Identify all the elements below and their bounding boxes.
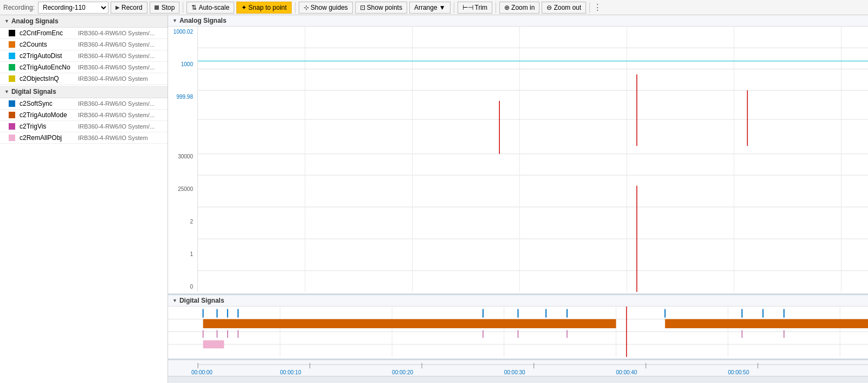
signal-path: IRB360-4-RW6/IO System [78, 75, 148, 82]
svg-text:00:00:00: 00:00:00 [191, 369, 213, 375]
zoom-in-icon: ⊕ [504, 4, 510, 11]
svg-rect-45 [665, 319, 868, 328]
signal-path: IRB360-4-RW6/IO System/... [78, 64, 155, 71]
digital-group-header: ▼ Digital Signals [0, 86, 168, 98]
zoom-out-icon: ⊖ [546, 4, 552, 11]
digital-chart-triangle-icon: ▼ [172, 298, 177, 303]
recording-label: Recording: [3, 4, 35, 11]
signal-path: IRB360-4-RW6/IO System [78, 135, 148, 141]
separator-3 [454, 2, 454, 13]
analog-signal-item[interactable]: c2ObjectsInQ IRB360-4-RW6/IO System [0, 73, 168, 85]
signal-path: IRB360-4-RW6/IO System/... [78, 53, 155, 59]
signal-path: IRB360-4-RW6/IO System/... [78, 41, 155, 48]
signal-path: IRB360-4-RW6/IO System/... [78, 30, 155, 36]
signal-color [9, 53, 15, 59]
digital-chart-header: ▼ Digital Signals [168, 295, 868, 307]
signal-name: c2TrigVis [20, 123, 74, 130]
signal-name: c2TrigAutoEncNo [20, 63, 74, 71]
stop-button[interactable]: Stop [150, 2, 180, 14]
points-icon: ⊡ [360, 4, 365, 11]
snap-icon: ✦ [241, 4, 247, 11]
signal-name: c2RemAllPObj [20, 134, 74, 142]
analog-y-axis: 1000.02 1000 999.98 30000 25000 2 1 0 [168, 27, 198, 292]
autoscale-icon: ⇅ [191, 4, 197, 11]
analog-chart-canvas: 1000.02 1000 999.98 30000 25000 2 1 0 [168, 27, 868, 292]
autoscale-button[interactable]: ⇅ Auto-scale [187, 2, 234, 14]
arrange-chevron-icon: ▼ [439, 4, 446, 11]
toolbar: Recording: Recording-110 ▶ Record Stop ⇅… [0, 0, 868, 15]
analog-chart-triangle-icon: ▼ [172, 18, 177, 23]
signal-path: IRB360-4-RW6/IO System/... [78, 123, 155, 130]
signal-color [9, 41, 15, 48]
more-options-button[interactable]: ⋮ [593, 2, 602, 12]
snap-button[interactable]: ✦ Snap to point [236, 2, 292, 14]
signal-name: c2CntFromEnc [20, 29, 74, 37]
analog-signal-item[interactable]: c2TrigAutoEncNo IRB360-4-RW6/IO System/.… [0, 62, 168, 73]
analog-chart-header: ▼ Analog Signals [168, 15, 868, 27]
zoom-out-button[interactable]: ⊖ Zoom out [542, 2, 586, 14]
svg-text:00:00:20: 00:00:20 [392, 369, 413, 375]
recording-select[interactable]: Recording-110 [38, 2, 108, 14]
signal-name: c2Counts [20, 41, 74, 48]
signal-name: c2ObjectsInQ [20, 75, 74, 82]
arrange-button[interactable]: Arrange ▼ [409, 2, 451, 14]
timeline-bar: 00:00:00 00:00:10 00:00:20 00:00:30 00:0… [168, 360, 868, 376]
analog-signal-list: c2CntFromEnc IRB360-4-RW6/IO System/... … [0, 28, 168, 85]
digital-signal-item[interactable]: c2RemAllPObj IRB360-4-RW6/IO System [0, 132, 168, 144]
play-icon: ▶ [115, 4, 120, 10]
signal-name: c2TrigAutoMode [20, 111, 74, 119]
analog-signal-item[interactable]: c2Counts IRB360-4-RW6/IO System/... [0, 39, 168, 50]
analog-signal-item[interactable]: c2CntFromEnc IRB360-4-RW6/IO System/... [0, 28, 168, 39]
signal-color [9, 75, 15, 82]
record-button[interactable]: ▶ Record [111, 2, 147, 14]
signal-color [9, 123, 15, 130]
svg-rect-44 [203, 319, 616, 328]
svg-text:00:00:10: 00:00:10 [280, 369, 301, 375]
digital-chart-panel: ▼ Digital Signals [168, 295, 868, 360]
analog-group-header: ▼ Analog Signals [0, 15, 168, 28]
show-guides-button[interactable]: ⊹ Show guides [299, 2, 353, 14]
main-layout: ▼ Analog Signals c2CntFromEnc IRB360-4-R… [0, 15, 868, 383]
signal-path: IRB360-4-RW6/IO System/... [78, 112, 155, 118]
separator-2 [295, 2, 295, 13]
analog-triangle-icon: ▼ [4, 18, 9, 24]
signal-color [9, 112, 15, 118]
svg-text:00:00:50: 00:00:50 [728, 369, 749, 375]
digital-signal-item[interactable]: c2TrigAutoMode IRB360-4-RW6/IO System/..… [0, 110, 168, 121]
signal-name: c2SoftSync [20, 100, 74, 107]
svg-text:00:00:30: 00:00:30 [504, 369, 525, 375]
trim-button[interactable]: ⊢⊣ Trim [458, 2, 493, 14]
separator-1 [183, 2, 183, 13]
analog-grid-area [198, 27, 868, 292]
horizontal-scrollbar[interactable] [168, 376, 868, 383]
digital-signal-list: c2SoftSync IRB360-4-RW6/IO System/... c2… [0, 98, 168, 144]
digital-signal-item[interactable]: c2SoftSync IRB360-4-RW6/IO System/... [0, 98, 168, 110]
signal-name: c2TrigAutoDist [20, 52, 74, 60]
trim-icon: ⊢⊣ [462, 4, 473, 11]
stop-icon [155, 5, 159, 10]
analog-signal-item[interactable]: c2TrigAutoDist IRB360-4-RW6/IO System/..… [0, 50, 168, 62]
zoom-in-button[interactable]: ⊕ Zoom in [499, 2, 539, 14]
svg-rect-55 [203, 340, 224, 348]
signal-color [9, 30, 15, 36]
signal-color [9, 100, 15, 107]
digital-signal-item[interactable]: c2TrigVis IRB360-4-RW6/IO System/... [0, 121, 168, 132]
separator-5 [589, 2, 590, 13]
signal-color [9, 135, 15, 141]
digital-triangle-icon: ▼ [4, 89, 9, 94]
sidebar: ▼ Analog Signals c2CntFromEnc IRB360-4-R… [0, 15, 168, 383]
show-points-button[interactable]: ⊡ Show points [355, 2, 407, 14]
analog-chart-panel: ▼ Analog Signals 1000.02 1000 999.98 300… [168, 15, 868, 295]
signal-color [9, 64, 15, 71]
signal-path: IRB360-4-RW6/IO System/... [78, 100, 155, 107]
separator-4 [496, 2, 496, 13]
chart-area: ▼ Analog Signals 1000.02 1000 999.98 300… [168, 15, 868, 383]
digital-svg [168, 307, 868, 357]
svg-text:00:00:40: 00:00:40 [616, 369, 637, 375]
timeline-svg: 00:00:00 00:00:10 00:00:20 00:00:30 00:0… [168, 360, 868, 376]
digital-chart-canvas [168, 307, 868, 357]
guides-icon: ⊹ [304, 4, 309, 11]
analog-svg [198, 27, 868, 292]
